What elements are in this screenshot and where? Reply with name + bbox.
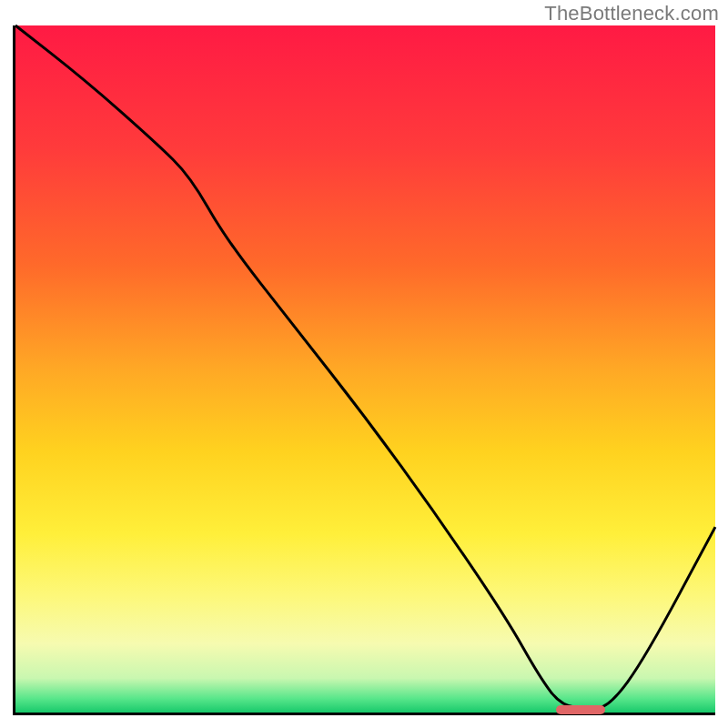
optimal-range-marker [556, 705, 605, 714]
bottleneck-curve-path [15, 25, 715, 708]
watermark-text: TheBottleneck.com [544, 2, 719, 25]
chart-stage: TheBottleneck.com [0, 0, 728, 728]
plot-area [13, 25, 715, 715]
curve-svg [15, 25, 715, 713]
